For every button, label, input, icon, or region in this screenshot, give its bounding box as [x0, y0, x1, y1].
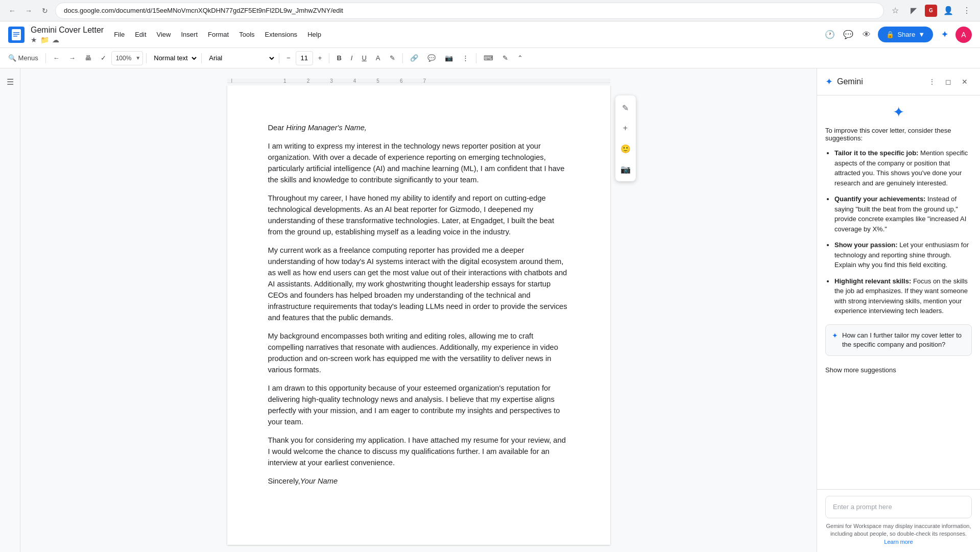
- comment-button[interactable]: 💬: [423, 51, 440, 65]
- menu-extensions[interactable]: Extensions: [261, 29, 302, 40]
- font-size-input[interactable]: [296, 54, 313, 62]
- share-dropdown-icon: ▼: [918, 31, 925, 38]
- edit-tool-icon[interactable]: ✎: [617, 100, 634, 116]
- para-3: My current work as a freelance computing…: [268, 245, 569, 323]
- gemini-expand-icon[interactable]: ◻: [941, 75, 955, 89]
- doc-page: Dear Hiring Manager's Name, I am writing…: [227, 85, 610, 545]
- ruler: | 1 2 3 4 5 6 7: [227, 79, 610, 83]
- divider-1: [45, 53, 46, 63]
- extension-badge[interactable]: G: [925, 5, 937, 17]
- outline-icon[interactable]: ☰: [3, 75, 17, 89]
- closing-para: Sincerely,Your Name: [268, 475, 569, 487]
- format-toolbar: 🔍 Menus ← → 🖶 ✓ 100% ▼ Normal text Headi…: [0, 48, 980, 68]
- divider-6: [402, 53, 403, 63]
- style-select[interactable]: Normal text Heading 1 Heading 2: [150, 51, 198, 65]
- question-text: How can I further tailor my cover letter…: [842, 331, 965, 349]
- menu-file[interactable]: File: [110, 29, 129, 40]
- docs-menu: File Edit View Insert Format Tools Exten…: [110, 29, 325, 40]
- print-button[interactable]: 🖶: [81, 51, 95, 65]
- image-tool-icon[interactable]: 📷: [617, 161, 634, 177]
- svg-rect-3: [13, 36, 17, 37]
- font-size-increase[interactable]: +: [314, 51, 326, 65]
- underline-button[interactable]: U: [357, 51, 370, 65]
- suggestion-2-label: Quantify your achievements:: [834, 195, 927, 203]
- comments-icon[interactable]: 💬: [841, 28, 855, 42]
- bookmark-icon[interactable]: ☆: [888, 4, 902, 18]
- suggestions-list: Tailor it to the specific job: Mention s…: [825, 148, 972, 316]
- edit-mode-button[interactable]: ✎: [498, 51, 512, 65]
- image-button[interactable]: 📷: [441, 51, 457, 65]
- font-size-control[interactable]: [296, 51, 313, 65]
- suggestion-3-label: Show your passion:: [834, 241, 899, 249]
- avatar[interactable]: A: [955, 27, 972, 43]
- suggestion-question[interactable]: ✦ How can I further tailor my cover lett…: [825, 324, 972, 356]
- more-button[interactable]: ⋮: [458, 51, 473, 65]
- star-icon[interactable]: ★: [31, 36, 37, 44]
- share-label: Share: [897, 31, 915, 38]
- italic-button[interactable]: I: [347, 51, 357, 65]
- redo-button[interactable]: →: [65, 51, 80, 65]
- left-sidebar: ☰: [0, 68, 20, 552]
- menu-edit[interactable]: Edit: [131, 29, 150, 40]
- gemini-more-icon[interactable]: ⋮: [925, 75, 939, 89]
- back-button[interactable]: ←: [6, 5, 18, 17]
- divider-7: [476, 53, 476, 63]
- zoom-control[interactable]: 100% ▼: [111, 51, 144, 65]
- font-color-button[interactable]: A: [372, 51, 385, 65]
- highlight-button[interactable]: ✎: [386, 51, 399, 65]
- history-icon[interactable]: 🕐: [823, 28, 837, 42]
- docs-title[interactable]: Gemini Cover Letter: [31, 26, 104, 35]
- share-button[interactable]: 🔒 Share ▼: [878, 27, 933, 42]
- gemini-close-icon[interactable]: ✕: [958, 75, 972, 89]
- link-button[interactable]: 🔗: [406, 51, 422, 65]
- view-icon[interactable]: 👁: [859, 28, 874, 42]
- folder-icon[interactable]: 📁: [40, 36, 49, 44]
- floating-toolbar: ✎ + 🙂 📷: [615, 95, 636, 181]
- extensions-icon[interactable]: ◤: [906, 4, 921, 18]
- menu-insert[interactable]: Insert: [177, 29, 202, 40]
- docs-header-right: 🕐 💬 👁 🔒 Share ▼ ✦ A: [823, 27, 972, 43]
- menu-format[interactable]: Format: [204, 29, 233, 40]
- gemini-title: Gemini: [837, 77, 921, 86]
- emoji-tool-icon[interactable]: 🙂: [617, 140, 634, 157]
- gemini-body: ✦ To improve this cover letter, consider…: [817, 95, 980, 489]
- menu-icon[interactable]: ⋮: [960, 4, 974, 18]
- gemini-btn[interactable]: ✦: [937, 28, 951, 42]
- profile-icon[interactable]: 👤: [941, 4, 955, 18]
- address-bar[interactable]: docs.google.com/document/d/15eeMNoVmcnXQ…: [55, 3, 884, 19]
- font-size-decrease[interactable]: −: [282, 51, 295, 65]
- menu-help[interactable]: Help: [303, 29, 325, 40]
- bold-button[interactable]: B: [332, 51, 345, 65]
- para-2: Throughout my career, I have honed my ab…: [268, 193, 569, 237]
- suggestion-4-label: Highlight relevant skills:: [834, 277, 913, 285]
- browser-bar: ← → ↻ docs.google.com/document/d/15eeMNo…: [0, 0, 980, 21]
- gemini-star-display: ✦: [825, 104, 972, 121]
- gemini-disclaimer: Gemini for Workspace may display inaccur…: [825, 522, 972, 546]
- gemini-header: ✦ Gemini ⋮ ◻ ✕: [817, 68, 980, 95]
- show-more-button[interactable]: Show more suggestions: [825, 362, 896, 378]
- refresh-button[interactable]: ↻: [39, 5, 51, 17]
- search-button[interactable]: 🔍 Menus: [4, 51, 42, 65]
- svg-rect-2: [13, 34, 19, 35]
- menu-view[interactable]: View: [153, 29, 175, 40]
- font-select[interactable]: Arial Times New Roman Georgia: [205, 51, 276, 65]
- prompt-input-area[interactable]: Enter a prompt here: [825, 496, 972, 518]
- learn-more-link[interactable]: Learn more: [884, 539, 913, 545]
- spellcheck-button[interactable]: ✓: [97, 51, 110, 65]
- gemini-star-icon: ✦: [825, 76, 833, 87]
- para-1: I am writing to express my interest in t…: [268, 140, 569, 185]
- main-area: ☰ | 1 2 3 4 5 6 7 ✎ + 🙂 📷: [0, 68, 980, 552]
- browser-icons: ☆ ◤ G 👤 ⋮: [888, 4, 974, 18]
- add-tool-icon[interactable]: +: [617, 120, 634, 136]
- closing-text: Sincerely,: [268, 477, 300, 485]
- input-tools-button[interactable]: ⌨: [480, 51, 497, 65]
- undo-button[interactable]: ←: [49, 51, 64, 65]
- forward-button[interactable]: →: [22, 5, 35, 17]
- cloud-icon[interactable]: ☁: [52, 36, 59, 44]
- menu-tools[interactable]: Tools: [235, 29, 258, 40]
- collapse-button[interactable]: ⌃: [513, 51, 527, 65]
- gemini-footer: Enter a prompt here Gemini for Workspace…: [817, 489, 980, 552]
- docs-header: Gemini Cover Letter ★ 📁 ☁ File Edit View…: [0, 21, 980, 48]
- zoom-value: 100%: [112, 51, 136, 65]
- para-4: My background encompasses both writing a…: [268, 330, 569, 375]
